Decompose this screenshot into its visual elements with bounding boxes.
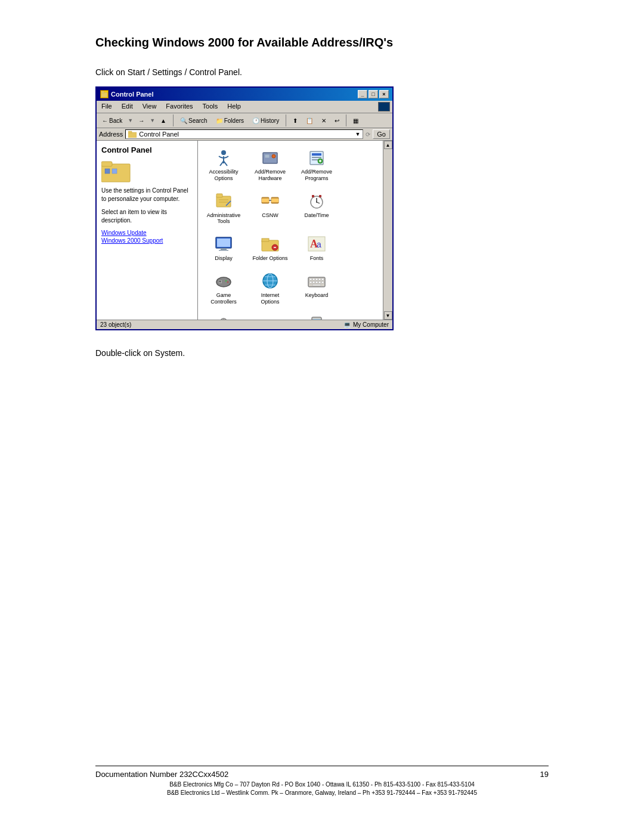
go-label: Go	[377, 131, 386, 138]
forward-dropdown-icon: ▼	[150, 117, 155, 123]
maximize-button[interactable]: □	[369, 90, 378, 98]
svg-rect-60	[315, 278, 318, 280]
back-button[interactable]: ← Back	[99, 116, 125, 125]
display-icon	[214, 234, 233, 253]
menu-help[interactable]: Help	[225, 102, 243, 112]
folder-options-icon	[261, 234, 280, 253]
menu-edit[interactable]: Edit	[119, 102, 135, 112]
computer-icon: 💻	[343, 321, 351, 328]
svg-rect-63	[309, 281, 312, 283]
svg-point-49	[219, 280, 221, 282]
history-button[interactable]: 🕐 History	[249, 116, 282, 125]
sidebar-select-text: Select an item to view its description.	[101, 208, 193, 225]
delete-button[interactable]: ✕	[318, 116, 329, 125]
icon-keyboard[interactable]: Keyboard	[296, 269, 338, 308]
svg-point-50	[225, 280, 227, 281]
admin-icon	[214, 191, 233, 210]
svg-rect-66	[318, 281, 321, 283]
titlebar-title: Control Panel	[111, 91, 154, 98]
menu-view[interactable]: View	[140, 102, 159, 112]
back-arrow-icon: ←	[102, 117, 108, 124]
menubar: File Edit View Favorites Tools Help	[97, 101, 392, 113]
icon-display[interactable]: Display	[203, 232, 244, 264]
move-button[interactable]: ⬆	[290, 116, 301, 125]
folder-graphic	[101, 159, 131, 183]
csnw-icon	[261, 191, 280, 210]
keyboard-label: Keyboard	[305, 292, 329, 299]
footer-company-1: B&B Electronics Mfg Co – 707 Dayton Rd -…	[95, 781, 549, 789]
accessibility-label: AccessibilityOptions	[209, 169, 238, 182]
folders-button[interactable]: 📁 Folders	[213, 116, 247, 125]
views-button[interactable]: ▦	[350, 116, 361, 125]
icon-datetime[interactable]: Date/Time	[296, 189, 338, 228]
search-icon: 🔍	[180, 117, 187, 124]
hardware-icon	[261, 148, 280, 167]
icon-admin[interactable]: AdministrativeTools	[203, 189, 244, 228]
ie-logo	[378, 102, 390, 112]
icon-internet[interactable]: InternetOptions	[249, 269, 291, 308]
icon-mouse[interactable]: Mouse	[203, 312, 244, 320]
svg-rect-77	[313, 319, 320, 320]
accessibility-icon	[214, 148, 233, 167]
address-input[interactable]: Control Panel ▼	[125, 129, 363, 139]
window-body: Control Panel Use the settings in Contro…	[97, 141, 392, 320]
undo-button[interactable]: ↩	[332, 116, 342, 125]
menu-tools[interactable]: Tools	[200, 102, 221, 112]
address-value: Control Panel	[139, 131, 179, 138]
icon-programs[interactable]: Add/RemovePrograms	[296, 145, 338, 184]
svg-rect-22	[216, 196, 231, 207]
search-button[interactable]: 🔍 Search	[177, 116, 210, 125]
folders-icon: 📁	[216, 117, 223, 124]
toolbar-separator-2	[286, 114, 286, 126]
control-panel-window: Control Panel _ □ × File Edit View Favor…	[95, 86, 394, 330]
copy-button[interactable]: 📋	[303, 116, 316, 125]
icon-folder-options[interactable]: Folder Options	[249, 232, 291, 264]
icon-phone[interactable]: Phone andModem ...	[296, 312, 338, 320]
icon-network[interactable]: Network andDial-up Co...	[249, 312, 291, 320]
svg-rect-35	[319, 195, 321, 197]
scroll-up-button[interactable]: ▲	[384, 141, 392, 149]
svg-point-51	[227, 281, 229, 283]
scrollbar[interactable]: ▲ ▼	[383, 141, 392, 320]
svg-rect-29	[271, 199, 278, 202]
forward-button[interactable]: →	[135, 116, 147, 125]
icons-area[interactable]: AccessibilityOptions Add/RemoveHardware	[198, 141, 383, 320]
hardware-label: Add/RemoveHardware	[255, 169, 286, 182]
address-label: Address	[99, 131, 123, 138]
up-button[interactable]: ▲	[157, 116, 169, 125]
page-content: Checking Windows 2000 for Available Addr…	[0, 0, 644, 405]
svg-rect-34	[312, 195, 314, 197]
svg-rect-3	[128, 131, 132, 133]
close-button[interactable]: ×	[379, 90, 389, 98]
icon-accessibility[interactable]: AccessibilityOptions	[203, 145, 244, 184]
icon-game[interactable]: GameControllers	[203, 269, 244, 308]
instruction-1: Click on Start / Settings / Control Pane…	[95, 67, 549, 77]
game-icon	[214, 271, 233, 290]
icon-csnw[interactable]: CSNW	[249, 189, 291, 228]
sidebar: Control Panel Use the settings in Contro…	[97, 141, 198, 320]
menu-favorites[interactable]: Favorites	[163, 102, 195, 112]
titlebar-left: Control Panel	[100, 90, 154, 98]
scroll-down-button[interactable]: ▼	[384, 311, 392, 320]
icon-hardware[interactable]: Add/RemoveHardware	[249, 145, 291, 184]
icon-fonts[interactable]: A a Fonts	[296, 232, 338, 264]
svg-rect-7	[112, 169, 117, 174]
doc-number: Documentation Number 232CCxx4502	[95, 770, 228, 779]
internet-icon	[261, 271, 280, 290]
toolbar: ← Back ▼ → ▼ ▲ 🔍 Search 📁 Folders 🕐 Hist…	[97, 113, 392, 128]
windows-update-link[interactable]: Windows Update	[101, 230, 193, 236]
svg-rect-16	[312, 153, 321, 156]
svg-rect-23	[216, 194, 222, 197]
svg-rect-17	[312, 157, 321, 158]
svg-rect-13	[265, 154, 270, 158]
titlebar-buttons: _ □ ×	[358, 90, 389, 98]
svg-rect-41	[262, 239, 269, 241]
go-button[interactable]: Go	[373, 129, 390, 139]
keyboard-icon	[307, 271, 326, 290]
menu-file[interactable]: File	[99, 102, 114, 112]
admin-label: AdministrativeTools	[207, 212, 241, 225]
sidebar-description: Use the settings in Control Panel to per…	[101, 187, 193, 203]
windows-support-link[interactable]: Windows 2000 Support	[101, 237, 193, 244]
minimize-button[interactable]: _	[358, 90, 367, 98]
display-label: Display	[215, 255, 233, 262]
